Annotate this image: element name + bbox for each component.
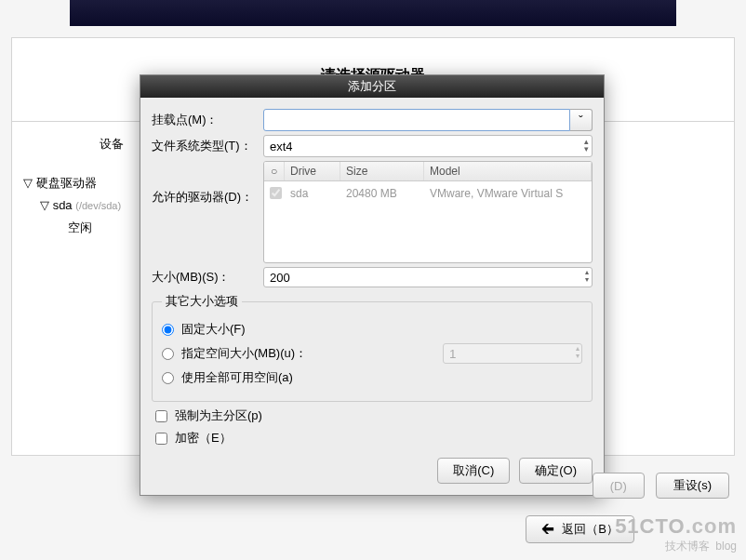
- drive-row-sda[interactable]: sda 20480 MB VMware, VMware Virtual S: [264, 181, 592, 207]
- fixed-size-label: 固定大小(F): [181, 321, 246, 338]
- fixed-size-radio[interactable]: [162, 324, 174, 336]
- fill-up-to-label: 指定空间大小(MB)(u)：: [181, 345, 307, 362]
- drive-row-checkbox[interactable]: [270, 187, 282, 199]
- drive-col-drive: Drive: [285, 162, 340, 180]
- filesystem-type-select[interactable]: [263, 135, 593, 157]
- fill-up-to-spinner-icon: ▴▾: [576, 345, 579, 360]
- allowed-drives-label: 允许的驱动器(D)：: [152, 161, 263, 206]
- allowed-drives-list: ○ Drive Size Model sda 20480 MB VMware, …: [263, 161, 593, 263]
- force-primary-checkbox[interactable]: [155, 410, 167, 422]
- drive-row-size: 20480 MB: [340, 185, 424, 204]
- size-options-group: 其它大小选项 固定大小(F) 指定空间大小(MB)(u)： ▴▾ 使用全部可用空…: [152, 293, 593, 402]
- reset-button[interactable]: 重设(s): [656, 473, 729, 499]
- chevron-down-icon: ˇ: [579, 113, 582, 127]
- fill-up-to-input: [443, 343, 582, 364]
- drive-col-model: Model: [424, 162, 592, 180]
- size-options-legend: 其它大小选项: [162, 293, 242, 310]
- size-label: 大小(MB)(S)：: [152, 269, 263, 286]
- size-input[interactable]: [263, 267, 593, 287]
- mount-point-input[interactable]: [263, 109, 570, 131]
- installer-top-banner: [70, 0, 676, 26]
- encrypt-label: 加密（E）: [175, 430, 232, 447]
- watermark: 51CTO.com 技术博客 blog: [615, 514, 737, 554]
- mount-point-dropdown-button[interactable]: ˇ: [570, 109, 593, 131]
- force-primary-label: 强制为主分区(p): [175, 407, 262, 424]
- filesystem-spinner-icon[interactable]: ▴▾: [584, 138, 589, 153]
- size-spinner-icon[interactable]: ▴▾: [585, 269, 589, 284]
- use-all-space-radio[interactable]: [162, 372, 174, 384]
- drive-col-size: Size: [340, 162, 424, 180]
- d-button[interactable]: (D): [593, 473, 645, 499]
- ok-button[interactable]: 确定(O): [519, 458, 593, 484]
- filesystem-type-label: 文件系统类型(T)：: [152, 138, 263, 154]
- tree-node-root[interactable]: ▽ 硬盘驱动器: [23, 172, 121, 194]
- dialog-title: 添加分区: [140, 75, 604, 98]
- tree-node-free[interactable]: 空闲: [68, 217, 121, 239]
- tree-node-disk[interactable]: ▽ sda (/dev/sda): [40, 194, 121, 217]
- cancel-button[interactable]: 取消(C): [437, 458, 510, 484]
- add-partition-dialog: 添加分区 挂载点(M)： ˇ 文件系统类型(T)： ▴▾ 允许的驱动器(D)： …: [140, 74, 605, 496]
- back-button-label: 返回（B）: [562, 521, 619, 538]
- encrypt-checkbox[interactable]: [155, 433, 167, 445]
- drive-row-model: VMware, VMware Virtual S: [424, 185, 592, 204]
- drive-col-check: ○: [264, 162, 285, 180]
- device-tree: ▽ 硬盘驱动器 ▽ sda (/dev/sda) 空闲: [23, 172, 121, 239]
- arrow-left-icon: 🡰: [541, 522, 554, 537]
- use-all-space-label: 使用全部可用空间(a): [181, 369, 293, 386]
- drive-row-name: sda: [285, 185, 340, 204]
- mount-point-label: 挂载点(M)：: [152, 112, 263, 128]
- fill-up-to-radio[interactable]: [162, 348, 174, 360]
